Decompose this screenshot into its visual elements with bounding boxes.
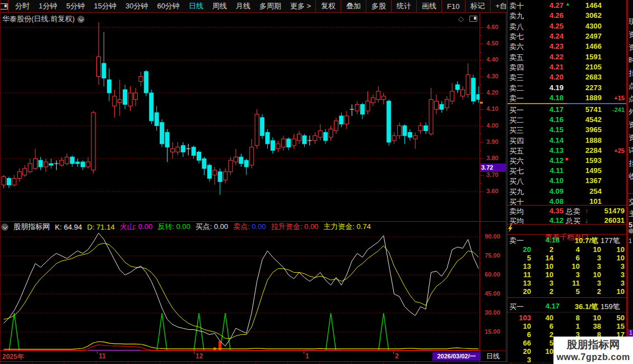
sell-row-卖二[interactable]: 卖二4.192273 <box>508 83 626 93</box>
buy-row-买八[interactable]: 买八4.101367 <box>508 176 626 186</box>
thousand-level-link[interactable]: 查看千档盘口 <box>508 225 626 234</box>
candle-up <box>466 75 470 95</box>
thousand-sell-grid-row: 11103103 <box>508 270 626 279</box>
price-axis-label: 4.60 <box>480 24 505 30</box>
period-分时[interactable]: 分时 <box>11 1 34 11</box>
chevron-down-icon[interactable] <box>1 223 8 231</box>
candle-up <box>97 57 101 76</box>
orderbook-level-label: 卖五 <box>509 53 524 63</box>
candle-down <box>302 136 306 144</box>
sell-row-卖五[interactable]: 卖五4.221591 <box>508 52 626 62</box>
orderbook-volume: 2683 <box>565 73 602 81</box>
grid-cell: 10 <box>602 245 625 254</box>
average-price: 4.12 <box>529 216 564 225</box>
candle-down <box>287 139 291 147</box>
buy-row-买二[interactable]: 买二4.164542 <box>508 115 626 125</box>
candle-up <box>176 147 180 152</box>
chevron-down-icon[interactable] <box>77 16 85 23</box>
candle-down <box>150 93 153 121</box>
sell-row-卖七[interactable]: 卖七4.242497 <box>508 31 626 41</box>
candle-up <box>34 158 38 169</box>
section-line <box>508 234 626 235</box>
period-60分钟[interactable]: 60分钟 <box>152 1 184 11</box>
orderbook-level-label: 买七 <box>509 166 524 176</box>
period-月线[interactable]: 月线 <box>231 1 255 11</box>
period-更多 >[interactable]: 更多 > <box>286 1 315 11</box>
period-30分钟[interactable]: 30分钟 <box>121 1 152 11</box>
tool-叠加[interactable]: 叠加 <box>341 0 366 12</box>
grid-cell: 10 <box>602 254 625 262</box>
split-window-icon[interactable] <box>469 15 477 24</box>
grid-cell: 10 <box>581 245 601 254</box>
grid-cell: 2 <box>581 287 601 296</box>
buy-row-买三[interactable]: 买三4.153965 <box>508 125 626 135</box>
thousand-sell-summary: 卖一4.1810.7/笔177笔 <box>508 235 626 245</box>
diamond-icon[interactable]: ◇ <box>458 15 464 23</box>
tool-复权[interactable]: 复权 <box>315 0 341 12</box>
price-axis-tick <box>480 35 482 36</box>
indicator-chart[interactable] <box>0 232 480 351</box>
candle-up <box>297 134 301 141</box>
average-price: 4.35 <box>529 207 564 215</box>
sell-row-卖三[interactable]: 卖三4.202683 <box>508 72 626 82</box>
orderbook-level-label: 买四 <box>509 136 524 146</box>
watermark-url: www.7gpzb.com <box>553 352 633 362</box>
volcano-spike <box>157 313 167 351</box>
sell-row-卖六[interactable]: 卖六4.231466 <box>508 41 626 52</box>
sell-row-卖一[interactable]: 卖一4.181889+15 <box>508 93 626 103</box>
orderbook-price: 4.25 <box>529 22 564 30</box>
period-5分钟[interactable]: 5分钟 <box>62 1 89 11</box>
sell-row-卖九[interactable]: 卖九4.263062 <box>508 11 626 21</box>
last-price-marker <box>480 102 483 104</box>
tool-画线[interactable]: 画线 <box>416 0 441 12</box>
time-axis-label: 1 <box>305 352 309 360</box>
orderbook-volume: 1888 <box>565 136 602 144</box>
period-周线[interactable]: 周线 <box>208 1 231 11</box>
candle-down <box>144 72 148 93</box>
trading-terminal: 分时1分钟5分钟15分钟30分钟60分钟日线周线月线多周期更多 > 复权叠加多股… <box>0 0 633 364</box>
sell-row-卖十[interactable]: 卖十4.27▲1464 <box>508 1 626 11</box>
orderbook-volume: 1367 <box>565 176 602 185</box>
sell-row-卖八[interactable]: 卖八4.254300 <box>508 21 626 31</box>
time-axis-label: 12 <box>196 352 203 360</box>
k-line <box>4 233 479 346</box>
buy-row-买五[interactable]: 买五4.132284+25 <box>508 146 626 156</box>
orderbook-volume: 1889 <box>565 94 602 102</box>
buy-row-买七[interactable]: 买七4.111495 <box>508 166 626 176</box>
period-15分钟[interactable]: 15分钟 <box>89 1 120 11</box>
tool-多股[interactable]: 多股 <box>366 0 391 12</box>
candle-down <box>181 146 185 152</box>
candle-down <box>218 172 222 182</box>
grid-cell: 5 <box>555 287 580 296</box>
candlestick-chart[interactable] <box>0 12 480 222</box>
buy-row-买四[interactable]: 买四4.141888 <box>508 136 626 146</box>
price-axis-tick <box>480 52 482 53</box>
time-axis-tick <box>393 351 394 354</box>
time-axis-tick <box>304 351 304 354</box>
summary-count: 159笔 <box>601 302 620 312</box>
thousand-buy-summary: 买一4.1736.1/笔159笔 <box>508 301 626 311</box>
tool-标记[interactable]: 标记 <box>465 0 490 12</box>
orderbook-volume: 4300 <box>565 22 602 30</box>
candle-up <box>134 93 138 100</box>
period-多周期[interactable]: 多周期 <box>255 1 286 11</box>
grid-cell: 10 <box>532 262 553 270</box>
sell-row-卖四[interactable]: 卖四4.212105 <box>508 62 626 72</box>
buy-row-买一[interactable]: 买一4.175741-241 <box>508 105 626 115</box>
candle-down <box>155 113 159 125</box>
strip-char: 时 <box>629 55 633 66</box>
tool-统计[interactable]: 统计 <box>391 0 416 12</box>
time-axis-label: 2 <box>395 352 399 360</box>
period-日线[interactable]: 日线 <box>184 1 208 11</box>
price-axis-tick <box>480 158 483 159</box>
period-1分钟[interactable]: 1分钟 <box>34 1 62 11</box>
window-layout-button[interactable] <box>0 0 8 12</box>
buy-row-买九[interactable]: 买九4.09254 <box>508 186 626 197</box>
grid-cell: 10 <box>532 270 553 279</box>
grid-cell: 10 <box>602 287 625 296</box>
price-axis-tick <box>480 118 482 118</box>
strip-char: 详 <box>629 146 633 156</box>
grid-cell: 3 <box>555 270 580 279</box>
tool-F10[interactable]: F10 <box>441 0 464 12</box>
buy-row-买六[interactable]: 买六4.12■1593 <box>508 156 626 166</box>
